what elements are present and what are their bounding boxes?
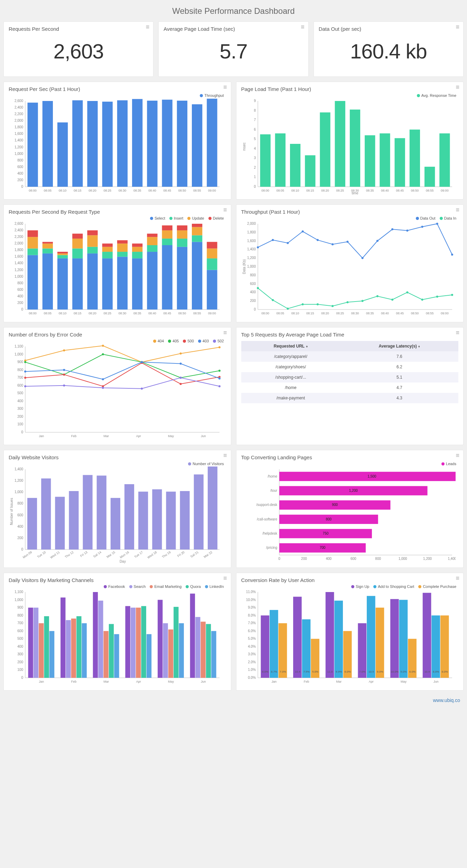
svg-text:200: 200: [17, 536, 23, 540]
svg-point-242: [316, 239, 318, 241]
legend-label: Delete: [213, 216, 224, 220]
footer-link[interactable]: www.ubiq.co: [3, 695, 464, 705]
svg-text:800: 800: [375, 557, 381, 561]
svg-text:600: 600: [17, 288, 23, 292]
svg-rect-168: [87, 230, 97, 235]
top5-col2[interactable]: Average Latency(s)♦: [340, 341, 458, 351]
svg-text:800: 800: [17, 613, 23, 617]
svg-text:100: 100: [17, 422, 23, 426]
svg-text:600: 600: [350, 557, 356, 561]
svg-text:08:20: 08:20: [321, 189, 329, 192]
svg-text:Mar 15: Mar 15: [106, 550, 116, 558]
cell-url: /category/apparel/: [241, 351, 340, 362]
svg-rect-362: [41, 479, 51, 550]
svg-text:08:00: 08:00: [261, 189, 269, 192]
svg-text:Sat 14: Sat 14: [93, 550, 102, 558]
svg-rect-195: [192, 227, 202, 236]
kpi-panel-out: ≡ Data Out (per sec) 160.4 kb: [314, 21, 464, 77]
svg-rect-51: [147, 101, 157, 187]
svg-point-246: [376, 240, 378, 242]
svg-text:08:50: 08:50: [411, 189, 419, 192]
svg-text:7: 7: [254, 118, 256, 122]
svg-text:3.0%: 3.0%: [248, 652, 256, 656]
svg-text:7.0%: 7.0%: [248, 621, 256, 625]
menu-icon[interactable]: ≡: [456, 576, 459, 580]
svg-rect-370: [152, 489, 162, 550]
chart-landing: 02004006008001,0001,2001,400/home1,500/t…: [241, 467, 459, 563]
svg-text:Feb: Feb: [71, 680, 77, 683]
svg-text:8.0%: 8.0%: [433, 670, 439, 673]
menu-icon[interactable]: ≡: [456, 85, 459, 89]
menu-icon[interactable]: ≡: [456, 454, 459, 457]
svg-text:Sat 21: Sat 21: [190, 550, 199, 558]
svg-text:0: 0: [21, 185, 23, 188]
svg-text:Wed 11: Wed 11: [49, 550, 60, 559]
dot-icon: [168, 340, 171, 343]
svg-rect-92: [275, 133, 285, 187]
svg-text:08:35: 08:35: [366, 312, 374, 315]
throughput-title: Throughput (Past 1 Hour): [241, 209, 459, 215]
dot-icon: [153, 340, 156, 343]
svg-text:time: time: [352, 191, 358, 195]
kpi-rps-value: 2,603: [9, 32, 148, 72]
svg-rect-171: [102, 247, 113, 252]
svg-text:2.0%: 2.0%: [248, 660, 256, 664]
svg-text:09:00: 09:00: [208, 312, 216, 315]
svg-rect-46: [72, 100, 83, 187]
svg-rect-194: [192, 235, 202, 242]
menu-icon[interactable]: ≡: [223, 454, 227, 457]
svg-text:Jun: Jun: [201, 434, 206, 438]
svg-rect-160: [57, 252, 68, 253]
svg-rect-175: [117, 243, 128, 252]
svg-rect-157: [57, 258, 68, 310]
dot-icon: [208, 217, 212, 220]
menu-icon[interactable]: ≡: [456, 331, 459, 334]
svg-text:08:30: 08:30: [119, 189, 127, 192]
top5-col1[interactable]: Requested URL♦: [241, 341, 340, 351]
svg-text:1,800: 1,800: [15, 125, 23, 129]
panel-rps-type: ≡ Requests Per Second By Request Type Se…: [3, 204, 231, 322]
svg-rect-52: [162, 100, 172, 187]
sort-icon: ♦: [418, 344, 420, 348]
svg-text:5.0%: 5.0%: [312, 670, 318, 673]
svg-point-253: [272, 299, 274, 301]
svg-rect-150: [27, 249, 38, 255]
svg-text:2,400: 2,400: [15, 228, 23, 232]
svg-text:10.0%: 10.0%: [391, 670, 399, 673]
svg-text:750: 750: [323, 532, 328, 535]
svg-text:100: 100: [17, 668, 23, 672]
svg-rect-373: [194, 474, 204, 550]
legend-label: Complete Purchase: [423, 584, 456, 589]
menu-icon[interactable]: ≡: [456, 208, 459, 212]
svg-rect-164: [72, 234, 83, 239]
svg-rect-149: [27, 255, 38, 310]
svg-text:08:30: 08:30: [119, 312, 127, 315]
svg-point-255: [301, 303, 303, 305]
svg-text:200: 200: [17, 660, 23, 664]
menu-icon[interactable]: ≡: [223, 576, 227, 580]
svg-text:2,200: 2,200: [15, 235, 23, 239]
menu-icon[interactable]: ≡: [146, 25, 149, 29]
svg-text:09:00: 09:00: [208, 189, 216, 192]
table-row: /category/apparel/7.6: [241, 351, 459, 362]
svg-point-310: [218, 370, 221, 372]
menu-icon[interactable]: ≡: [223, 85, 227, 89]
svg-text:600: 600: [17, 165, 23, 169]
menu-icon[interactable]: ≡: [223, 331, 227, 334]
table-row: /home4.7: [241, 382, 459, 393]
menu-icon[interactable]: ≡: [301, 25, 304, 29]
svg-point-254: [287, 308, 289, 310]
menu-icon[interactable]: ≡: [456, 25, 459, 29]
menu-icon[interactable]: ≡: [223, 208, 227, 212]
dot-icon: [200, 94, 203, 97]
svg-text:09:00: 09:00: [441, 312, 449, 315]
svg-rect-452: [125, 606, 130, 678]
svg-text:Mar: Mar: [103, 434, 109, 438]
svg-rect-96: [335, 101, 345, 187]
svg-point-244: [346, 241, 348, 243]
dot-icon: [373, 585, 376, 588]
dot-icon: [183, 340, 186, 343]
legend-label: Update: [192, 216, 204, 220]
svg-text:Mon 16: Mon 16: [119, 550, 130, 559]
svg-text:200: 200: [301, 557, 307, 561]
